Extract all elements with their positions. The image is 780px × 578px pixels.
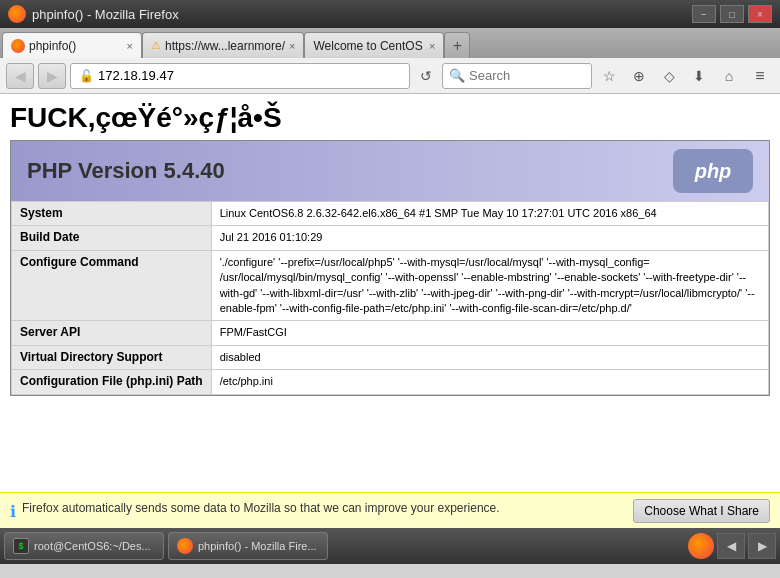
choose-share-button[interactable]: Choose What I Share — [633, 499, 770, 523]
firefox-taskbar-icon — [177, 538, 193, 554]
taskbar-end: ◀ ▶ — [688, 533, 776, 559]
search-icon: 🔍 — [449, 68, 465, 83]
table-row: Configuration File (php.ini) Path /etc/p… — [12, 370, 769, 394]
taskbar-prev-button[interactable]: ◀ — [717, 533, 745, 559]
address-bar[interactable]: 🔓 — [70, 63, 410, 89]
configure-value-cont: /usr/local/mysql/bin/mysql_config' '--wi… — [220, 270, 760, 316]
tab-close-phpinfo[interactable]: × — [127, 40, 133, 52]
tab-centos[interactable]: Welcome to CentOS × — [304, 32, 444, 58]
table-cell-value: FPM/FastCGI — [211, 321, 768, 345]
sync-icon[interactable]: ⊕ — [626, 63, 652, 89]
menu-button[interactable]: ≡ — [746, 63, 774, 89]
taskbar-label-firefox: phpinfo() - Mozilla Fire... — [198, 540, 317, 552]
notif-content: ℹ Firefox automatically sends some data … — [10, 501, 633, 521]
page-heading: FUCK,çœŸé°»çƒ¦å•Š — [0, 94, 780, 140]
table-cell-value: disabled — [211, 345, 768, 369]
table-cell-label: System — [12, 202, 212, 226]
table-row: Virtual Directory Support disabled — [12, 345, 769, 369]
taskbar: $ root@CentOS6:~/Des... phpinfo() - Mozi… — [0, 528, 780, 564]
tab-warning-icon: ⚠ — [151, 39, 161, 52]
table-cell-value: Linux CentOS6.8 2.6.32-642.el6.x86_64 #1… — [211, 202, 768, 226]
titlebar: phpinfo() - Mozilla Firefox − □ × — [0, 0, 780, 28]
table-cell-label: Configure Command — [12, 250, 212, 321]
search-bar[interactable]: 🔍 — [442, 63, 592, 89]
tab-learnmore[interactable]: ⚠ https://ww...learnmore/ × — [142, 32, 304, 58]
window-controls[interactable]: − □ × — [692, 5, 772, 23]
taskbar-label-terminal: root@CentOS6:~/Des... — [34, 540, 151, 552]
bookmark-icon[interactable]: ☆ — [596, 63, 622, 89]
phpinfo-header: PHP Version 5.4.40 php — [11, 141, 769, 201]
close-button[interactable]: × — [748, 5, 772, 23]
maximize-button[interactable]: □ — [720, 5, 744, 23]
table-cell-label: Virtual Directory Support — [12, 345, 212, 369]
phpinfo-box: PHP Version 5.4.40 php System Linux Cent… — [10, 140, 770, 396]
titlebar-left: phpinfo() - Mozilla Firefox — [8, 5, 179, 23]
notif-text: Firefox automatically sends some data to… — [22, 501, 500, 515]
tab-label-centos: Welcome to CentOS — [313, 39, 422, 53]
reload-button[interactable]: ↺ — [414, 63, 438, 89]
firefox-icon — [8, 5, 26, 23]
taskbar-next-button[interactable]: ▶ — [748, 533, 776, 559]
table-cell-label: Build Date — [12, 226, 212, 250]
pocket-icon[interactable]: ◇ — [656, 63, 682, 89]
notification-bar: ℹ Firefox automatically sends some data … — [0, 492, 780, 528]
tab-label-learnmore: https://ww...learnmore/ — [165, 39, 285, 53]
taskbar-item-terminal[interactable]: $ root@CentOS6:~/Des... — [4, 532, 164, 560]
back-button[interactable]: ◀ — [6, 63, 34, 89]
window-title: phpinfo() - Mozilla Firefox — [32, 7, 179, 22]
tab-phpinfo[interactable]: phpinfo() × — [2, 32, 142, 58]
table-cell-value: Jul 21 2016 01:10:29 — [211, 226, 768, 250]
table-row: System Linux CentOS6.8 2.6.32-642.el6.x8… — [12, 202, 769, 226]
table-cell-label: Configuration File (php.ini) Path — [12, 370, 212, 394]
info-icon: ℹ — [10, 502, 16, 521]
download-icon[interactable]: ⬇ — [686, 63, 712, 89]
table-row: Configure Command './configure' '--prefi… — [12, 250, 769, 321]
nav-icons: ☆ ⊕ ◇ ⬇ ⌂ ≡ — [596, 63, 774, 89]
lock-icon: 🔓 — [79, 69, 94, 83]
php-version: PHP Version 5.4.40 — [27, 158, 225, 184]
taskbar-item-firefox[interactable]: phpinfo() - Mozilla Fire... — [168, 532, 328, 560]
terminal-icon: $ — [13, 538, 29, 554]
tab-label-phpinfo: phpinfo() — [29, 39, 76, 53]
search-input[interactable] — [469, 68, 585, 83]
forward-button[interactable]: ▶ — [38, 63, 66, 89]
table-row: Build Date Jul 21 2016 01:10:29 — [12, 226, 769, 250]
php-logo: php — [673, 149, 753, 193]
tabbar: phpinfo() × ⚠ https://ww...learnmore/ × … — [0, 28, 780, 58]
address-input[interactable] — [98, 68, 401, 83]
navbar: ◀ ▶ 🔓 ↺ 🔍 ☆ ⊕ ◇ ⬇ ⌂ ≡ — [0, 58, 780, 94]
table-row: Server API FPM/FastCGI — [12, 321, 769, 345]
table-cell-label: Server API — [12, 321, 212, 345]
firefox-logo-icon[interactable] — [688, 533, 714, 559]
minimize-button[interactable]: − — [692, 5, 716, 23]
content-area: FUCK,çœŸé°»çƒ¦å•Š PHP Version 5.4.40 php… — [0, 94, 780, 492]
table-cell-value: /etc/php.ini — [211, 370, 768, 394]
tab-close-learnmore[interactable]: × — [289, 40, 295, 52]
tab-favicon-phpinfo — [11, 39, 25, 53]
home-icon[interactable]: ⌂ — [716, 63, 742, 89]
configure-value: './configure' '--prefix=/usr/local/php5'… — [220, 256, 650, 268]
table-cell-value: './configure' '--prefix=/usr/local/php5'… — [211, 250, 768, 321]
phpinfo-table: System Linux CentOS6.8 2.6.32-642.el6.x8… — [11, 201, 769, 395]
tab-close-centos[interactable]: × — [429, 40, 435, 52]
new-tab-button[interactable]: + — [444, 32, 470, 58]
